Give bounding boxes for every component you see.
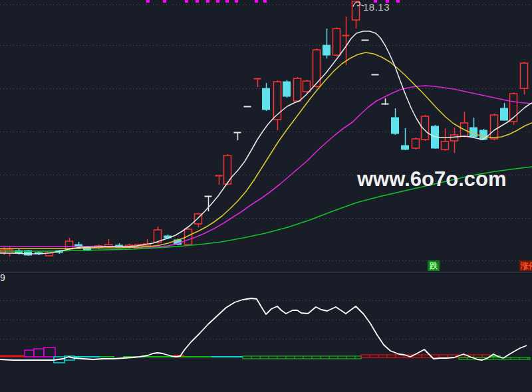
candle: [244, 106, 251, 107]
indicator-box: [44, 347, 55, 357]
candle: [382, 98, 389, 105]
candle: [362, 40, 369, 41]
signal-marker: [225, 0, 229, 3]
ma-line-yellow: [0, 52, 532, 248]
indicator-box-row: [243, 356, 361, 359]
candle: [491, 114, 498, 140]
watermark: www.6o7o.com: [357, 167, 507, 191]
candle: [254, 78, 261, 87]
candle: [224, 154, 231, 185]
candle: [372, 74, 379, 75]
signal-marker: [196, 0, 199, 3]
indicator-box: [34, 349, 44, 357]
candle: [402, 128, 409, 150]
signal-marker: [216, 0, 219, 3]
candle: [215, 175, 223, 185]
stock-chart-app: 18.13 www.6o7o.com 跌 涨停 9: [0, 0, 532, 392]
candle: [205, 196, 212, 211]
indicator-box: [25, 350, 34, 357]
candlestick-chart-canvas[interactable]: [0, 0, 532, 392]
candle: [342, 17, 350, 65]
candle: [313, 49, 321, 88]
candle: [392, 108, 399, 135]
price-high-label: 18.13: [363, 1, 390, 13]
signal-marker: [255, 0, 258, 3]
ma-line-white: [0, 31, 532, 254]
limit-up-badge[interactable]: 涨停: [519, 260, 532, 271]
candle: [294, 77, 301, 102]
candle: [333, 27, 340, 56]
signal-marker: [185, 0, 188, 3]
candle: [274, 80, 281, 130]
candle: [283, 80, 291, 98]
signal-marker: [206, 0, 209, 3]
signal-marker: [146, 0, 150, 3]
candle: [263, 83, 270, 111]
fall-badge[interactable]: 跌: [428, 260, 440, 271]
signal-marker: [396, 0, 400, 3]
signal-marker: [235, 0, 238, 3]
candle: [144, 239, 151, 246]
candle: [521, 62, 528, 94]
indicator-box-row: [459, 357, 530, 359]
candle: [352, 1, 360, 29]
candle: [323, 29, 331, 58]
signal-marker: [163, 0, 166, 3]
indicator-line: [0, 298, 527, 360]
candle: [234, 132, 241, 140]
candle: [412, 138, 420, 149]
candle: [451, 128, 458, 153]
candle: [501, 103, 508, 121]
candle: [461, 112, 468, 138]
indicator-value-label: 9: [0, 272, 5, 283]
candle: [35, 251, 43, 255]
signal-marker: [263, 0, 267, 3]
